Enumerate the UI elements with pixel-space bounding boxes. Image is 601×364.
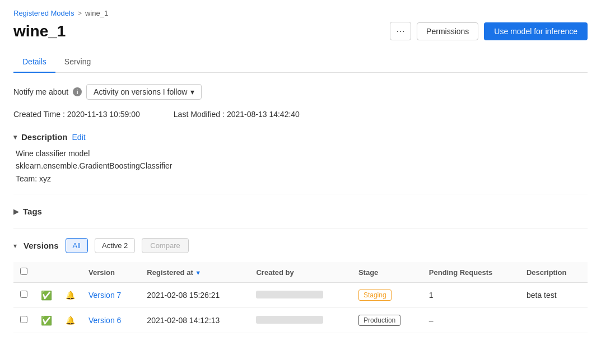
col-checkbox bbox=[13, 262, 34, 283]
tab-serving[interactable]: Serving bbox=[55, 52, 100, 73]
row1-created-by-blurred bbox=[256, 291, 323, 298]
breadcrumb-parent[interactable]: Registered Models bbox=[13, 9, 74, 17]
row1-description-cell: beta test bbox=[520, 283, 588, 308]
versions-section: ▾ Versions All Active 2 Compare Version … bbox=[13, 238, 588, 333]
row2-created-by-blurred bbox=[256, 316, 323, 324]
row1-checkbox-cell bbox=[13, 283, 34, 308]
row2-version-cell: Version 6 bbox=[82, 308, 140, 333]
header-row: wine_1 ⋯ Permissions Use model for infer… bbox=[13, 22, 588, 40]
row1-stage-cell: Staging bbox=[352, 283, 422, 308]
col-stage-header: Stage bbox=[352, 262, 422, 283]
row1-pending-cell: 1 bbox=[422, 283, 520, 308]
row1-status-cell: ✅ bbox=[34, 283, 59, 308]
row2-bell-icon[interactable]: 🔔 bbox=[66, 316, 75, 325]
permissions-button[interactable]: Permissions bbox=[417, 22, 478, 40]
col-registered-at-header: Registered at ▼ bbox=[140, 262, 249, 283]
tabs-container: Details Serving bbox=[13, 52, 588, 73]
col-pending-header: Pending Requests bbox=[422, 262, 520, 283]
more-options-button[interactable]: ⋯ bbox=[390, 22, 411, 40]
table-header: Version Registered at ▼ Created by Stage… bbox=[13, 262, 588, 283]
description-line-2: sklearn.ensemble.GradientBoostingClassif… bbox=[16, 160, 588, 172]
table-body: ✅ 🔔 Version 7 2021-02-08 15:26:21 Stagin… bbox=[13, 283, 588, 333]
row2-version-link[interactable]: Version 6 bbox=[88, 316, 121, 325]
notify-dropdown-text: Activity on versions I follow bbox=[94, 87, 187, 96]
row2-registered-at-cell: 2021-02-08 14:12:13 bbox=[140, 308, 249, 333]
description-line-1: Wine classifier model bbox=[16, 147, 588, 160]
versions-toggle[interactable]: ▾ bbox=[13, 242, 17, 250]
tags-header[interactable]: ▶ Tags bbox=[13, 203, 588, 220]
created-time-item: Created Time : 2020-11-13 10:59:00 bbox=[13, 110, 140, 119]
versions-header: ▾ Versions All Active 2 Compare bbox=[13, 238, 588, 253]
row2-pending-cell: – bbox=[422, 308, 520, 333]
row2-checkbox[interactable] bbox=[20, 316, 27, 323]
col-status bbox=[34, 262, 59, 283]
filter-active-button[interactable]: Active 2 bbox=[95, 238, 135, 253]
breadcrumb: Registered Models > wine_1 bbox=[13, 9, 588, 17]
table-header-row: Version Registered at ▼ Created by Stage… bbox=[13, 262, 588, 283]
col-description-header: Description bbox=[520, 262, 588, 283]
table-row: ✅ 🔔 Version 7 2021-02-08 15:26:21 Stagin… bbox=[13, 283, 588, 308]
notify-row: Notify me about i Activity on versions I… bbox=[13, 84, 588, 100]
chevron-down-icon: ▾ bbox=[190, 87, 194, 96]
row1-checkbox[interactable] bbox=[20, 291, 27, 298]
description-line-3: Team: xyz bbox=[16, 172, 588, 185]
description-toggle: ▾ bbox=[13, 133, 17, 141]
tags-toggle: ▶ bbox=[13, 208, 18, 216]
row1-bell-cell: 🔔 bbox=[59, 283, 82, 308]
tags-section: ▶ Tags bbox=[13, 203, 588, 220]
info-icon: i bbox=[73, 87, 82, 96]
tab-details[interactable]: Details bbox=[13, 52, 55, 73]
row2-created-by-cell bbox=[249, 308, 351, 333]
description-section: ▾ Description Edit Wine classifier model… bbox=[13, 132, 588, 185]
use-model-inference-button[interactable]: Use model for inference bbox=[484, 22, 588, 40]
row1-status-icon: ✅ bbox=[41, 291, 52, 300]
col-bell bbox=[59, 262, 82, 283]
table-row: ✅ 🔔 Version 6 2021-02-08 14:12:13 Produc… bbox=[13, 308, 588, 333]
compare-button[interactable]: Compare bbox=[142, 238, 188, 253]
breadcrumb-current: wine_1 bbox=[85, 9, 108, 17]
row2-description-cell bbox=[520, 308, 588, 333]
row2-status-icon: ✅ bbox=[41, 316, 52, 325]
notify-label: Notify me about bbox=[13, 87, 68, 96]
row1-registered-at-cell: 2021-02-08 15:26:21 bbox=[140, 283, 249, 308]
description-text: Wine classifier model sklearn.ensemble.G… bbox=[16, 147, 588, 185]
filter-all-button[interactable]: All bbox=[66, 238, 88, 253]
modified-time-value: 2021-08-13 14:42:40 bbox=[227, 110, 300, 119]
created-time-value: 2020-11-13 10:59:00 bbox=[67, 110, 140, 119]
sort-icon[interactable]: ▼ bbox=[195, 269, 201, 276]
header-actions: ⋯ Permissions Use model for inference bbox=[390, 22, 588, 40]
modified-time-label: Last Modified : bbox=[174, 110, 225, 119]
divider-1 bbox=[13, 194, 588, 194]
row2-bell-cell: 🔔 bbox=[59, 308, 82, 333]
row1-created-by-cell bbox=[249, 283, 351, 308]
col-created-by-header: Created by bbox=[249, 262, 351, 283]
row2-stage-cell: Production bbox=[352, 308, 422, 333]
modified-time-item: Last Modified : 2021-08-13 14:42:40 bbox=[174, 110, 300, 119]
row2-checkbox-cell bbox=[13, 308, 34, 333]
meta-row: Created Time : 2020-11-13 10:59:00 Last … bbox=[13, 110, 588, 119]
row1-stage-badge: Staging bbox=[358, 290, 392, 301]
row1-bell-icon[interactable]: 🔔 bbox=[66, 291, 75, 300]
row1-version-link[interactable]: Version 7 bbox=[88, 291, 121, 300]
row1-version-cell: Version 7 bbox=[82, 283, 140, 308]
page-title: wine_1 bbox=[13, 22, 66, 40]
tags-title: Tags bbox=[23, 207, 42, 216]
description-header[interactable]: ▾ Description Edit bbox=[13, 132, 588, 142]
versions-table: Version Registered at ▼ Created by Stage… bbox=[13, 262, 588, 333]
breadcrumb-separator: > bbox=[77, 9, 82, 17]
notify-dropdown[interactable]: Activity on versions I follow ▾ bbox=[86, 84, 202, 100]
description-title: Description bbox=[21, 132, 68, 142]
col-version-header: Version bbox=[82, 262, 140, 283]
divider-2 bbox=[13, 228, 588, 229]
description-edit-link[interactable]: Edit bbox=[72, 133, 86, 142]
row2-status-cell: ✅ bbox=[34, 308, 59, 333]
created-time-label: Created Time : bbox=[13, 110, 65, 119]
select-all-checkbox[interactable] bbox=[20, 268, 27, 275]
row2-stage-badge: Production bbox=[358, 315, 400, 326]
versions-title: Versions bbox=[24, 241, 59, 250]
